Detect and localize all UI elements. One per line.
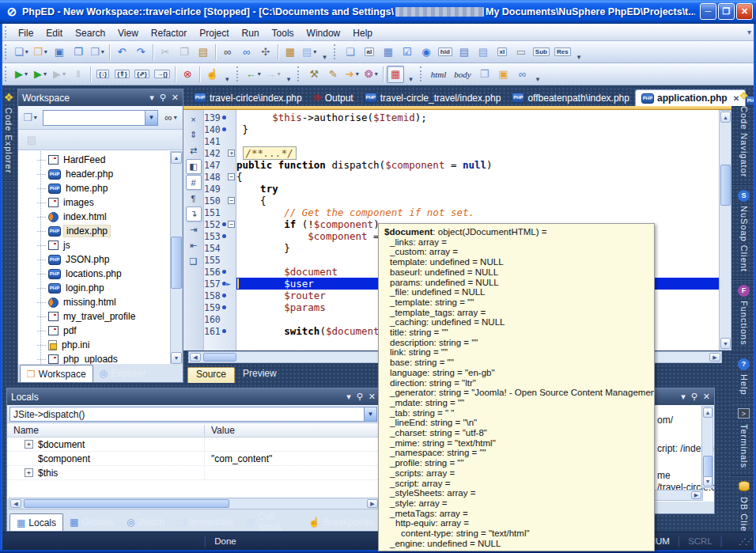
minimize-button[interactable]: ─ [700,3,716,20]
tree-item-pdf[interactable]: pdf [18,324,170,338]
editor-scroll-right-icon[interactable]: ▶ [709,353,720,362]
split-editor-button[interactable]: ⇕ [186,127,202,142]
gutter-line-156[interactable]: 156 [204,266,236,278]
toolbar-grip[interactable] [5,66,9,81]
pause-button[interactable]: ‖ [70,66,87,83]
html-tag-button[interactable]: html [428,66,450,83]
open-file-button[interactable]: ❒▾ [32,44,49,61]
tab-workspace[interactable]: ❒Workspace [20,365,93,382]
tab-globals[interactable]: ▦Globals [63,513,120,531]
clipboard-button[interactable]: ▤▾ [301,44,318,61]
stop-button[interactable]: ⊗ [179,66,196,83]
fold-expand-icon[interactable]: + [228,150,235,157]
show-paragraph-marks-button[interactable]: ¶ [186,191,202,206]
menubar-overflow-chevron[interactable]: ▾ [747,28,751,36]
toolbar-overflow-chevron[interactable]: ▾ [577,53,581,62]
menubar-grip[interactable] [5,26,9,38]
workspace-new-item-button[interactable]: ❒▾ [21,109,39,127]
watch-scroll-up-icon[interactable]: ▲ [703,407,713,418]
gutter-line-149[interactable]: 149 [204,183,236,195]
tree-item-js[interactable]: js [18,238,170,252]
code-line-147[interactable]: public function dispatch($component = nu… [236,159,719,171]
navigate-forward-button[interactable]: →▾ [264,66,282,83]
tab-watch[interactable]: ◎Watch [120,513,171,531]
workspace-menu-button[interactable]: ▾ [149,93,154,103]
form-hidden-button[interactable]: hid [437,44,454,61]
gutter-line-158[interactable]: 158 [204,290,236,301]
run-to-cursor-button[interactable]: →{} [153,66,172,83]
tree-item-login-php[interactable]: login.php [18,281,170,295]
gutter-line-150[interactable]: 150− [204,195,236,206]
workspace-close-button[interactable]: ✕ [172,93,179,103]
locals-scroll-left-icon[interactable]: ◀ [10,499,21,508]
column-name[interactable]: Name [7,425,205,436]
watch-close-button[interactable]: ✕ [703,392,710,402]
gutter-line-142[interactable]: 142+ [204,147,236,159]
tree-scrollbar[interactable]: ▲ ▼ [170,151,183,364]
gutter-line-153[interactable]: 153 [204,230,236,242]
pan-hand-button[interactable]: ☝ [203,66,221,83]
gutter-line-148[interactable]: 148− [204,171,236,183]
fold-collapse-icon[interactable]: − [228,221,235,228]
gutter-line-140[interactable]: 140 [204,123,236,135]
form-multilist-button[interactable]: ▤ [474,44,492,61]
locals-row-document[interactable]: +$document [7,437,380,452]
toolbar-grip[interactable] [297,66,301,81]
watch-vscrollbar[interactable]: ▲ ▼ [701,406,713,488]
preview-in-browser-button[interactable]: ❑ [186,254,202,269]
colors-button[interactable]: ▦ [387,66,404,83]
tree-scroll-up-icon[interactable]: ▲ [171,152,182,164]
outdent-button[interactable]: ⇤ [186,238,202,253]
save-all-button[interactable]: ❐ [70,44,87,61]
menu-file[interactable]: File [12,26,40,40]
palette-button[interactable]: ❂▾ [362,66,380,83]
locals-close-button[interactable]: ✕ [369,392,376,402]
menu-tools[interactable]: Tools [266,26,301,40]
form-label-button[interactable]: aI [361,44,378,61]
menu-run[interactable]: Run [236,26,266,40]
code-line-140[interactable]: } [236,123,719,135]
tree-item-home-php[interactable]: home.php [18,181,170,195]
body-tag-button[interactable]: body [451,66,474,83]
form-input-button[interactable]: xI [493,44,511,61]
copy-button[interactable]: ❐ [176,44,193,61]
insert-link-button[interactable]: ∞ [514,66,531,83]
tab-call-stack[interactable]: ▤Call Stack [240,513,302,531]
navigate-back-button[interactable]: ←▾ [244,66,263,83]
toolbar-grip[interactable] [420,66,424,81]
toolbar-grip[interactable] [5,44,9,59]
tree-item-index-html[interactable]: index.html [18,210,170,224]
redo-button[interactable]: ↷ [132,44,149,61]
tree-item-my-travel-profile[interactable]: my_travel_profile [18,309,170,324]
save-button[interactable]: ▣ [51,44,68,61]
gutter-line-147[interactable]: 147 [204,159,236,171]
menu-view[interactable]: View [112,26,145,40]
gutter-line-161[interactable]: 161 [204,325,236,337]
tab-code-explorer[interactable]: ❖ Code Explorer [0,85,17,181]
tree-item-hardfeed[interactable]: HardFeed [18,153,170,167]
editor-tab-output[interactable]: ❉Output [308,89,359,106]
edit-page-button[interactable]: ✎ [324,66,342,83]
form-submit-button[interactable]: Sub [531,44,551,61]
form-reset-button[interactable]: Res [553,44,573,61]
gutter-line-152[interactable]: 152− [204,218,236,230]
expand-icon[interactable]: + [25,468,33,477]
tab-locals[interactable]: ▦Locals [9,513,63,531]
editor-scroll-thumb[interactable] [720,165,731,206]
tab-terminals[interactable]: >Terminals [731,403,756,476]
tree-scroll-down-icon[interactable]: ▼ [171,352,182,364]
code-line-151[interactable]: // Get the component if not set. [236,206,719,218]
step-out-button[interactable]: {⇗} [133,66,151,83]
tree-item-json-php[interactable]: JSON.php [18,252,170,267]
tab-nusoap-client[interactable]: SNuSoap Client [731,185,756,280]
gutter-line-160[interactable]: 160 [204,313,236,325]
run-debug-button[interactable]: ▶▾ [32,66,49,83]
tab-code-navigator[interactable]: ❖Code Navigator [731,85,756,185]
frames-button[interactable]: ▦ [282,44,299,61]
menu-edit[interactable]: Edit [40,26,69,40]
step-over-button[interactable]: {⇑} [113,66,131,83]
column-value[interactable]: Value [205,425,380,436]
tab-help[interactable]: ?Help [731,354,756,403]
tab-breakpoints[interactable]: ☝Breakpoints [302,513,380,531]
toolbar-overflow-chevron[interactable]: ▾ [536,75,540,85]
